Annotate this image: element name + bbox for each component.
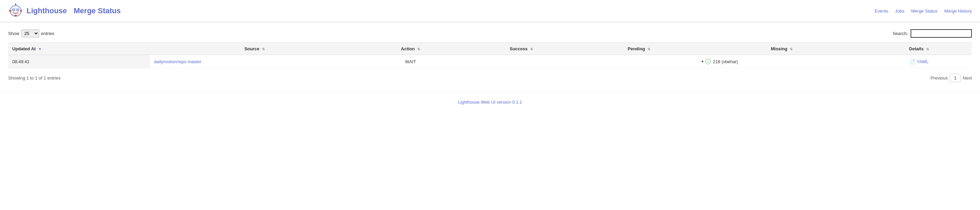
col-missing[interactable]: Missing ⇅ (698, 43, 866, 55)
file-icon: 📄 (910, 59, 915, 64)
col-success-label: Success (510, 46, 528, 51)
col-action-label: Action (401, 46, 414, 51)
pagination: Previous 1 Next (931, 74, 972, 82)
cell-action: WAIT (359, 55, 462, 68)
footer-text: Lighthouse Web UI version (458, 99, 512, 105)
col-source-label: Source (244, 46, 259, 51)
action-value: WAIT (405, 59, 416, 64)
sort-success-icon: ⇅ (530, 47, 533, 51)
nav-jobs[interactable]: Jobs (895, 8, 904, 14)
main-content: Show 10 25 50 100 entries Search: Update… (0, 22, 980, 89)
table-header-row: Updated At ▼ Source ⇅ Action ⇅ Success ⇅… (8, 43, 972, 55)
col-details[interactable]: Details ⇅ (866, 43, 972, 55)
show-entries-control: Show 10 25 50 100 entries (8, 30, 54, 37)
table-row: 08:49:41 dailymotion/repo master WAIT • (8, 55, 972, 68)
source-link[interactable]: dailymotion/repo master (154, 59, 202, 64)
sort-action-icon: ⇅ (417, 47, 420, 51)
col-source[interactable]: Source ⇅ (150, 43, 359, 55)
search-label: Search: (892, 31, 908, 36)
missing-text: 218 (vbehar) (713, 59, 738, 64)
cell-updated-at: 08:49:41 (8, 55, 150, 68)
svg-point-5 (13, 9, 14, 11)
show-label: Show (8, 31, 19, 36)
cell-missing: • ✓ 218 (vbehar) (698, 55, 866, 68)
svg-point-2 (15, 3, 16, 5)
showing-text: Showing 1 to 1 of 1 entries (8, 76, 60, 81)
updated-at-value: 08:49:41 (12, 59, 30, 64)
merge-status-table: Updated At ▼ Source ⇅ Action ⇅ Success ⇅… (8, 43, 972, 68)
page-title: Merge Status (74, 6, 121, 15)
svg-point-8 (20, 10, 22, 12)
search-input[interactable] (911, 29, 972, 38)
main-nav: Events Jobs Merge Status Merge History (875, 8, 972, 14)
sort-source-icon: ⇅ (262, 47, 265, 51)
col-pending-label: Pending (627, 46, 645, 51)
yaml-label: YAML (917, 59, 928, 64)
table-footer: Showing 1 to 1 of 1 entries Previous 1 N… (8, 74, 972, 82)
controls-row: Show 10 25 50 100 entries Search: (8, 29, 972, 38)
svg-point-7 (9, 10, 11, 12)
sort-updated-at-icon: ▼ (38, 47, 41, 51)
col-pending[interactable]: Pending ⇅ (581, 43, 697, 55)
cell-success (462, 55, 581, 68)
version-link[interactable]: 0.1.1 (512, 99, 522, 105)
logo-area: Lighthouse (8, 3, 67, 18)
nav-events[interactable]: Events (875, 8, 888, 14)
previous-button[interactable]: Previous (931, 76, 948, 81)
next-button[interactable]: Next (963, 76, 972, 81)
current-page: 1 (950, 74, 961, 82)
lighthouse-logo-icon (8, 3, 23, 18)
entries-per-page-select[interactable]: 10 25 50 100 (21, 30, 39, 37)
header: Lighthouse Merge Status Events Jobs Merg… (0, 0, 980, 22)
col-details-label: Details (909, 46, 924, 51)
nav-merge-status[interactable]: Merge Status (911, 8, 937, 14)
missing-content: • ✓ 218 (vbehar) (702, 58, 862, 65)
cell-details: 📄 YAML (866, 55, 972, 68)
sort-pending-icon: ⇅ (648, 47, 650, 51)
missing-bullet: • (702, 58, 704, 65)
entries-label: entries (41, 31, 54, 36)
search-area: Search: (892, 29, 972, 38)
sort-details-icon: ⇅ (926, 47, 929, 51)
sort-missing-icon: ⇅ (790, 47, 792, 51)
cell-pending (581, 55, 697, 68)
yaml-link[interactable]: 📄 YAML (870, 59, 968, 64)
page-footer: Lighthouse Web UI version 0.1.1 (0, 92, 980, 112)
col-updated-at[interactable]: Updated At ▼ (8, 43, 150, 55)
header-left: Lighthouse Merge Status (8, 3, 121, 18)
nav-merge-history[interactable]: Merge History (944, 8, 972, 14)
col-updated-at-label: Updated At (12, 46, 36, 51)
col-missing-label: Missing (771, 46, 787, 51)
check-circle-icon: ✓ (705, 59, 711, 64)
app-name: Lighthouse (27, 6, 67, 15)
cell-source: dailymotion/repo master (150, 55, 359, 68)
col-success[interactable]: Success ⇅ (462, 43, 581, 55)
col-action[interactable]: Action ⇅ (359, 43, 462, 55)
svg-point-6 (18, 9, 18, 11)
